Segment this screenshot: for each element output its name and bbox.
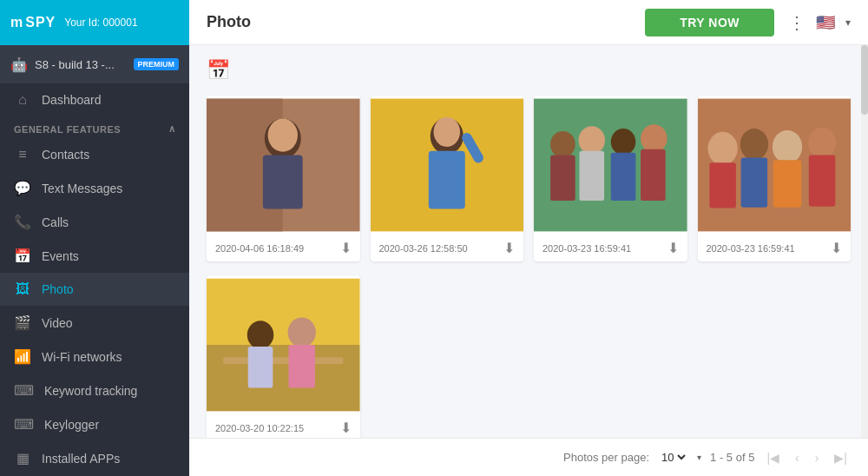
- android-icon: 🤖: [10, 56, 28, 73]
- photo-card-1: 2020-04-06 16:18:49 ⬇: [207, 96, 360, 261]
- sidebar-item-label: Dashboard: [42, 93, 102, 107]
- device-row[interactable]: 🤖 S8 - build 13 -... PREMIUM: [0, 45, 189, 83]
- download-icon-4[interactable]: ⬇: [831, 240, 842, 256]
- last-page-button[interactable]: ▶|: [831, 449, 851, 466]
- premium-badge: PREMIUM: [134, 58, 180, 70]
- svg-point-27: [807, 128, 835, 157]
- sidebar-item-label: Events: [42, 249, 79, 263]
- sidebar-item-label: Keylogger: [44, 418, 99, 432]
- svg-rect-9: [428, 151, 464, 209]
- sidebar-item-installed-apps[interactable]: ▦ Installed APPs: [0, 441, 189, 475]
- sidebar-item-label: Photo: [42, 282, 74, 296]
- svg-point-25: [740, 129, 767, 160]
- svg-rect-33: [207, 345, 360, 411]
- calendar-icon-row: 📅: [207, 59, 851, 82]
- sidebar-item-label: Calls: [42, 215, 69, 229]
- photo-thumbnail-4[interactable]: [698, 96, 852, 235]
- scrollbar-track[interactable]: [861, 45, 868, 438]
- svg-point-10: [433, 117, 460, 147]
- photo-meta-2: 2020-03-26 12:58:50 ⬇: [371, 235, 524, 261]
- svg-rect-28: [709, 162, 736, 208]
- svg-point-5: [268, 119, 298, 152]
- photo-meta-5: 2020-03-20 10:22:15 ⬇: [207, 414, 360, 438]
- svg-point-24: [707, 132, 737, 165]
- photo-date-1: 2020-04-06 16:18:49: [215, 243, 304, 254]
- try-now-button[interactable]: TRY NOW: [645, 9, 774, 36]
- sidebar-item-label: Contacts: [42, 148, 89, 162]
- sidebar-item-photo[interactable]: 🖼 Photo: [0, 273, 189, 306]
- scrollbar-thumb[interactable]: [861, 45, 868, 115]
- photo-thumbnail-3[interactable]: [534, 96, 687, 235]
- collapse-icon: ∧: [168, 123, 176, 135]
- home-icon: ⌂: [14, 92, 31, 108]
- svg-point-14: [550, 131, 575, 158]
- svg-point-37: [287, 318, 315, 347]
- sidebar-item-keylogger[interactable]: ⌨ Keylogger: [0, 407, 189, 441]
- photo-thumbnail-1[interactable]: [207, 96, 360, 235]
- download-icon-2[interactable]: ⬇: [503, 240, 515, 256]
- svg-rect-31: [808, 155, 835, 207]
- dropdown-arrow-icon[interactable]: ▾: [845, 17, 851, 29]
- photo-date-5: 2020-03-20 10:22:15: [215, 423, 304, 433]
- photo-icon: 🖼: [14, 281, 31, 297]
- calls-icon: 📞: [14, 214, 31, 230]
- flag-icon[interactable]: 🇺🇸: [816, 13, 835, 32]
- svg-rect-18: [550, 155, 575, 201]
- sidebar-item-label: Installed APPs: [42, 452, 120, 466]
- header-bar: mSPY Your Id: 000001: [0, 0, 189, 45]
- photo-card-5: 2020-03-20 10:22:15 ⬇: [207, 275, 360, 438]
- photo-date-4: 2020-03-23 16:59:41: [707, 243, 795, 254]
- download-icon-5[interactable]: ⬇: [340, 420, 352, 436]
- sidebar-item-wifi[interactable]: 📶 Wi-Fi networks: [0, 340, 189, 374]
- wifi-icon: 📶: [14, 348, 31, 365]
- prev-page-button[interactable]: ‹: [792, 449, 803, 466]
- sidebar-item-label: Wi-Fi networks: [42, 350, 122, 364]
- keyword-icon: ⌨: [14, 382, 34, 399]
- photo-empty-3: [534, 275, 687, 438]
- svg-rect-36: [248, 347, 273, 388]
- per-page-label: Photos per page:: [563, 451, 649, 464]
- sidebar-item-video[interactable]: 🎬 Video: [0, 306, 189, 340]
- download-icon-3[interactable]: ⬇: [667, 240, 679, 256]
- photo-card-3: 2020-03-23 16:59:41 ⬇: [534, 96, 687, 261]
- sidebar-item-events[interactable]: 📅 Events: [0, 239, 189, 273]
- pagination-bar: Photos per page: 10 25 50 ▾ 1 - 5 of 5 |…: [189, 438, 868, 476]
- photo-empty-2: [371, 275, 524, 438]
- svg-point-15: [579, 126, 606, 154]
- per-page-select[interactable]: 10 25 50: [658, 450, 688, 465]
- sidebar-item-label: Video: [42, 316, 73, 330]
- dropdown-chevron-icon: ▾: [697, 453, 701, 462]
- photo-empty-4: [698, 275, 852, 438]
- photo-thumbnail-2[interactable]: [371, 96, 524, 235]
- sidebar: mSPY Your Id: 000001 🤖 S8 - build 13 -..…: [0, 0, 189, 476]
- events-icon: 📅: [14, 248, 31, 264]
- user-id: Your Id: 000001: [64, 17, 137, 29]
- section-label: GENERAL FEATURES: [14, 124, 121, 135]
- svg-rect-34: [223, 357, 343, 364]
- svg-point-17: [641, 124, 667, 152]
- main-area: Photo TRY NOW ⋮ 🇺🇸 ▾ 📅: [189, 0, 868, 476]
- calendar-icon[interactable]: 📅: [207, 59, 230, 82]
- sidebar-item-text-messages[interactable]: 💬 Text Messages: [0, 171, 189, 205]
- svg-point-16: [611, 129, 636, 155]
- contacts-icon: ≡: [14, 147, 31, 162]
- photo-meta-3: 2020-03-23 16:59:41 ⬇: [534, 235, 687, 261]
- first-page-button[interactable]: |◀: [763, 449, 783, 466]
- svg-point-35: [247, 321, 274, 348]
- page-range-info: 1 - 5 of 5: [710, 451, 754, 464]
- download-icon-1[interactable]: ⬇: [340, 240, 352, 256]
- logo: mSPY: [10, 15, 56, 30]
- sidebar-item-calls[interactable]: 📞 Calls: [0, 205, 189, 239]
- photo-thumbnail-5[interactable]: [207, 275, 360, 414]
- next-page-button[interactable]: ›: [812, 449, 823, 466]
- photo-meta-4: 2020-03-23 16:59:41 ⬇: [698, 235, 852, 261]
- section-general-features[interactable]: GENERAL FEATURES ∧: [0, 116, 189, 138]
- content-area: 📅: [189, 45, 868, 438]
- sidebar-item-dashboard[interactable]: ⌂ Dashboard: [0, 83, 189, 116]
- svg-rect-21: [641, 149, 666, 201]
- sidebar-item-keyword-tracking[interactable]: ⌨ Keyword tracking: [0, 374, 189, 407]
- photo-grid-row2: 2020-03-20 10:22:15 ⬇: [207, 275, 851, 438]
- more-options-icon[interactable]: ⋮: [788, 12, 806, 33]
- sidebar-item-contacts[interactable]: ≡ Contacts: [0, 138, 189, 171]
- svg-rect-20: [611, 153, 636, 201]
